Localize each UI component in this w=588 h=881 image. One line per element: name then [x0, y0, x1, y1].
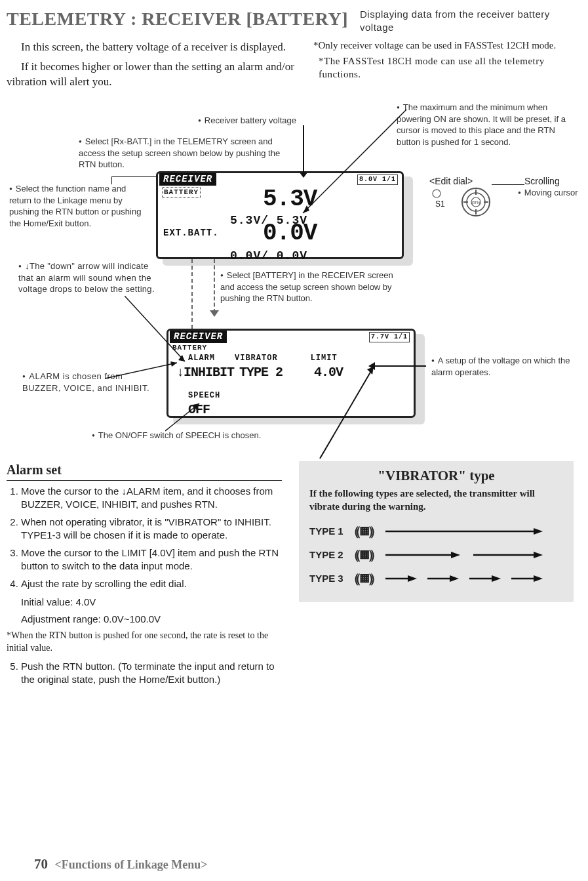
- alarm-initial: Initial value: 4.0V: [21, 596, 282, 609]
- intro-note1: *Only receiver voltage can be used in FA…: [313, 39, 574, 52]
- arrow-to-vibrator: [315, 367, 446, 472]
- vib-type-2-row: TYPE 2 ⸨▦⸩: [309, 543, 563, 567]
- select-rx-batt-text: Select [Rx-BATT.] in the TELEMETRY scree…: [79, 136, 280, 169]
- alarm-set-steps: Move the cursor to the ↓ALARM item, and …: [7, 485, 282, 590]
- edit-dial-icon: RTN: [456, 186, 496, 218]
- svg-point-8: [433, 190, 441, 197]
- arrow-max-min: [302, 108, 420, 220]
- select-function-text: Select the function name and return to t…: [9, 184, 141, 228]
- intro-right: *Only receiver voltage can be used in FA…: [313, 39, 574, 96]
- callout-max-min: The maximum and the minimum when powerin…: [397, 102, 577, 148]
- callout-max-min-text: The maximum and the minimum when powerin…: [397, 102, 566, 147]
- svg-marker-12: [193, 403, 199, 410]
- lcd1-big2: 0.0V: [263, 223, 317, 244]
- vib-type-1-row: TYPE 1 ⸨▦⸩: [309, 520, 563, 543]
- page-number: 70: [34, 856, 48, 872]
- rx-batt-voltage-text: Receiver battery voltage: [198, 115, 296, 125]
- vibrate-icon: ⸨▦⸩: [353, 547, 376, 563]
- svg-marker-21: [408, 575, 417, 582]
- vib-type-2-label: TYPE 2: [309, 548, 343, 562]
- svg-marker-9: [303, 205, 309, 213]
- page-title: TELEMETRY : RECEIVER [BATTERY]: [7, 7, 348, 31]
- vib-type-2-pattern: [385, 550, 563, 560]
- intro-p1: In this screen, the battery voltage of a…: [7, 40, 295, 55]
- lcd1-sub: BATTERY: [162, 187, 201, 198]
- vib-type-1-label: TYPE 1: [309, 525, 343, 538]
- alarm-step-1: Move the cursor to the ↓ALARM item, and …: [21, 485, 282, 510]
- moving-cursor-label: Moving cursor: [518, 187, 578, 199]
- lcd2-col-vib: VIBRATOR: [235, 353, 278, 363]
- alarm-step-4: Ajust the rate by scrolling the edit dia…: [21, 577, 282, 590]
- svg-text:RTN: RTN: [472, 201, 480, 205]
- down-arrow-text: ↓The "down" arrow will indicate that an …: [18, 261, 155, 294]
- subtitle: Displaying data from the receiver batter…: [360, 8, 574, 35]
- svg-marker-27: [534, 575, 543, 582]
- bottom-row: Alarm set Move the cursor to the ↓ALARM …: [7, 461, 574, 691]
- callout-voltage-setup: A setup of the voltage on which the alar…: [431, 355, 576, 378]
- intro-p2: If it becomes higher or lower than the s…: [7, 60, 295, 90]
- callout-select-rx-batt: Select [Rx-BATT.] in the TELEMETRY scree…: [79, 136, 282, 171]
- intro-note2: *The FASSTest 18CH mode can use all the …: [313, 54, 574, 81]
- s1-label: S1: [435, 199, 445, 209]
- alarm-note: *When the RTN button is pushed for one s…: [7, 630, 282, 655]
- lcd1-ext-label: EXT.BATT.: [163, 227, 219, 239]
- callout-select-battery: Select [BATTERY] in the RECEIVER screen …: [220, 270, 405, 304]
- scrolling-label: Scrolling: [524, 175, 560, 188]
- leader-select-fn-v: [111, 176, 112, 184]
- alarm-set-heading: Alarm set: [7, 461, 282, 481]
- vib-type-3-label: TYPE 3: [309, 572, 343, 585]
- svg-marker-19: [534, 552, 543, 558]
- dashed-2-head: [210, 310, 219, 317]
- leader-speech: [165, 402, 211, 434]
- alarm-step-2: When not operating vibrator, it is "VIBR…: [21, 516, 282, 541]
- intro-left: In this screen, the battery voltage of a…: [7, 39, 295, 96]
- moving-cursor-text: Moving cursor: [518, 188, 578, 197]
- alarm-set-column: Alarm set Move the cursor to the ↓ALARM …: [7, 461, 282, 691]
- vib-type-1-pattern: [385, 527, 563, 536]
- leader-scroll: [492, 184, 524, 185]
- svg-marker-17: [451, 552, 460, 558]
- page: TELEMETRY : RECEIVER [BATTERY] Displayin…: [0, 0, 588, 881]
- footer: 70 <Functions of Linkage Menu>: [34, 855, 208, 873]
- vib-type-3-row: TYPE 3 ⸨▦⸩: [309, 567, 563, 590]
- lcd1-small2: 0.0V/ 0.0V: [230, 248, 307, 264]
- leader-down-arrow: [125, 296, 197, 368]
- footer-section: <Functions of Linkage Menu>: [55, 858, 208, 871]
- vibrator-subtitle: If the following types are selected, the…: [309, 487, 563, 514]
- alarm-step-3: Move the cursor to the LIMIT [4.0V] item…: [21, 546, 282, 572]
- vibrator-panel: "VIBRATOR" type If the following types a…: [299, 461, 574, 602]
- dashed-2: [214, 259, 215, 313]
- alarm-step-5: Push the RTN button. (To terminate the i…: [21, 660, 282, 686]
- vibrate-icon: ⸨▦⸩: [353, 523, 376, 539]
- voltage-setup-text: A setup of the voltage on which the alar…: [431, 356, 570, 377]
- lcd2-col-limit: LIMIT: [311, 353, 338, 363]
- vibrate-icon: ⸨▦⸩: [353, 571, 376, 586]
- svg-marker-15: [534, 528, 543, 535]
- callout-select-function: Select the function name and return to t…: [9, 183, 147, 229]
- lcd1-title: RECEIVER: [159, 173, 216, 186]
- leader-select-fn: [111, 176, 156, 177]
- vib-type-3-pattern: [385, 574, 563, 583]
- s1-circle-icon: [431, 188, 442, 199]
- diagram-area: The maximum and the minimum when powerin…: [7, 102, 574, 456]
- lcd2-sub: BATTERY: [172, 343, 414, 353]
- callout-rx-batt-voltage: Receiver battery voltage: [198, 115, 296, 127]
- svg-marker-23: [450, 575, 459, 582]
- callout-down-arrow: ↓The "down" arrow will indicate that an …: [18, 260, 159, 295]
- svg-marker-25: [492, 575, 501, 582]
- select-battery-text: Select [BATTERY] in the RECEIVER screen …: [220, 270, 393, 303]
- alarm-range: Adjustment range: 0.0V~100.0V: [21, 613, 282, 626]
- lcd2-corner: 7.7V 1/1: [369, 332, 410, 342]
- header-row: TELEMETRY : RECEIVER [BATTERY] Displayin…: [7, 7, 574, 35]
- alarm-set-steps-2: Push the RTN button. (To terminate the i…: [7, 660, 282, 686]
- lcd2-vib-val: TYPE 2: [239, 363, 283, 381]
- intro-row: In this screen, the battery voltage of a…: [7, 39, 574, 96]
